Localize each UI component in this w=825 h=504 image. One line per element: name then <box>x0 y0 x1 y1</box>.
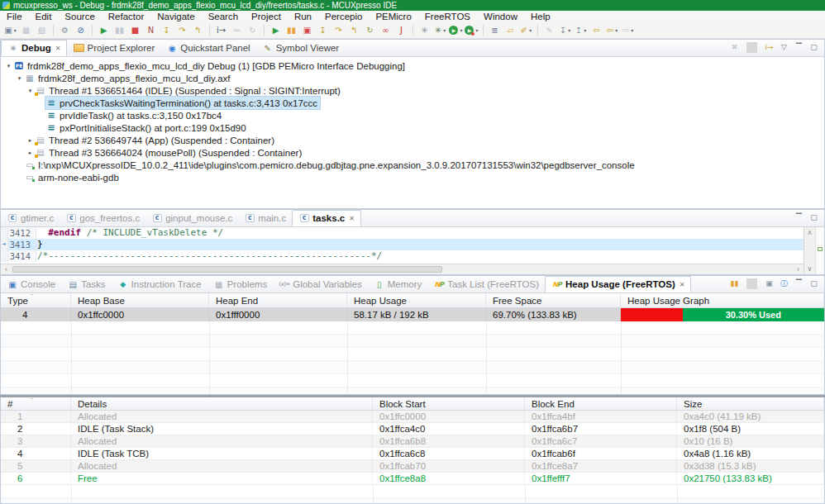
toolbar-button[interactable]: ⇦ ▾ <box>605 23 619 37</box>
view-toolbar-button[interactable]: ▔ <box>794 212 804 223</box>
toolbar-button[interactable]: N ▾ <box>144 23 158 37</box>
scroll-right-icon[interactable]: › <box>793 264 804 274</box>
column-header[interactable]: Block Start <box>373 397 525 410</box>
toolbar-button[interactable]: ∞ ▾ <box>379 23 393 37</box>
toolbar-button[interactable]: ▣ ▾ <box>300 23 314 37</box>
view-toolbar-button[interactable]: ▢ <box>808 278 819 289</box>
view-toolbar-button[interactable]: i→ ▾ <box>764 42 775 53</box>
block-table-row[interactable]: 4 IDLE (Task TCB) 0x1ffca6c8 0x1ffcab6f … <box>1 448 824 460</box>
view-toolbar-button[interactable]: ▽ ▾ <box>779 42 789 53</box>
menu-item[interactable]: Source <box>58 12 101 21</box>
toolbar-button[interactable]: ▦ ▾ <box>19 23 33 37</box>
toolbar-button[interactable]: ✳ ▾ <box>433 23 447 37</box>
block-table-row[interactable]: 2 IDLE (Task Stack) 0x1ffca4c0 0x1ffca6b… <box>1 423 824 435</box>
toolbar-button[interactable]: ■ ▾ <box>128 23 142 37</box>
toolbar-button[interactable]: ✎ ▾ <box>542 23 556 37</box>
tree-row[interactable]: prvIdleTask() at tasks.c:3,150 0x17bc4 <box>1 109 824 121</box>
column-header[interactable]: Heap Usage Graph <box>621 293 824 307</box>
toolbar-button[interactable]: J ▾ <box>394 23 408 37</box>
tree-row[interactable]: pxPortInitialiseStack() at port.c:199 0x… <box>1 121 824 134</box>
toolbar-button[interactable]: ▧ ▾ <box>35 23 49 37</box>
block-table-row[interactable]: 1 Allocated 0x1ffc0000 0x1ffca4bf 0xa4c0… <box>1 411 824 423</box>
column-header[interactable]: Type <box>1 293 71 307</box>
toolbar-button[interactable]: ▮▮ ▾ <box>112 23 126 37</box>
expander-icon[interactable]: ▾ <box>4 63 13 69</box>
dropdown-arrow-icon[interactable]: ▾ <box>568 27 570 33</box>
view-tab[interactable]: Problems <box>207 276 274 292</box>
toolbar-button[interactable]: ↧ ▾ <box>160 23 174 37</box>
expander-icon[interactable]: ▾ <box>15 75 24 82</box>
toolbar-button[interactable]: ≔ ▾ <box>230 23 244 37</box>
tree-row[interactable]: prvCheckTasksWaitingTermination() at tas… <box>1 97 824 109</box>
view-tab[interactable]: Global Variables <box>273 276 368 292</box>
view-tab[interactable]: Heap Usage (FreeRTOS) ✕ <box>545 276 691 292</box>
close-icon[interactable]: ✕ <box>55 45 61 52</box>
horizontal-scrollbar[interactable]: ‹ › <box>1 264 804 274</box>
heap-table-row[interactable]: 4 0x1ffc0000 0x1fff0000 58.17 kB / 192 k… <box>1 308 824 322</box>
menu-item[interactable]: File <box>0 12 29 21</box>
view-tab[interactable]: Project Explorer <box>67 40 160 56</box>
column-header[interactable]: Heap Usage <box>347 293 486 307</box>
view-tab[interactable]: Instruction Trace <box>112 276 207 292</box>
dropdown-arrow-icon[interactable]: ▾ <box>631 27 633 33</box>
dropdown-arrow-icon[interactable]: ▾ <box>14 27 17 33</box>
block-table-row[interactable]: 3 Allocated 0x1ffca6b8 0x1ffca6c7 0x10 (… <box>1 435 824 448</box>
toolbar-button[interactable]: ↧ ▾ <box>558 23 572 37</box>
view-toolbar-button[interactable]: ▔ ▾ <box>794 42 804 53</box>
code-editor[interactable]: 3412 #endif /* INCLUDE_vTaskDelete */ ➜ … <box>1 227 804 264</box>
column-header[interactable]: Block End <box>525 397 677 410</box>
toolbar-button[interactable]: ▶ ▾ <box>449 23 463 37</box>
scrollbar-thumb[interactable] <box>12 266 442 273</box>
view-toolbar-button[interactable]: ▣ <box>764 278 775 289</box>
tree-row[interactable]: ▾ frdmk28f_demo_apps_flexio_mcu_lcd_diy.… <box>1 72 824 84</box>
view-tab[interactable]: Symbol Viewer <box>256 40 346 56</box>
menu-item[interactable]: Navigate <box>150 12 201 21</box>
toolbar-button[interactable]: ⇦ ▾ <box>589 23 603 37</box>
tree-row[interactable]: ▾ Thread #1 536651464 (IDLE) (Suspended … <box>1 84 824 97</box>
toolbar-button[interactable]: ≣ ▾ <box>488 23 502 37</box>
tree-row[interactable]: ▾ frdmk28f_demo_apps_flexio_mcu_lcd_diy … <box>1 59 824 72</box>
expander-icon[interactable]: ▸ <box>26 150 35 156</box>
view-toolbar-button[interactable]: ✖ ▾ <box>729 42 740 53</box>
view-tab[interactable]: Tasks <box>61 276 111 292</box>
view-tab[interactable]: Task List (FreeRTOS) <box>427 276 545 292</box>
view-toolbar-button[interactable]: ▔ <box>794 278 804 289</box>
toolbar-button[interactable]: ↧ ▾ <box>316 23 330 37</box>
menu-item[interactable]: PEMicro <box>369 12 417 21</box>
dropdown-arrow-icon[interactable]: ▾ <box>443 27 446 33</box>
column-header[interactable]: Free Space <box>486 293 621 307</box>
toolbar-button[interactable]: ✳ ▾ <box>417 23 432 37</box>
view-tab[interactable]: Debug ✕ <box>1 40 67 56</box>
editor-tab[interactable]: main.c <box>238 210 292 226</box>
toolbar-button[interactable]: ▶ ▾ <box>97 23 111 37</box>
toolbar-button[interactable]: ↷ ▾ <box>175 23 189 37</box>
menu-item[interactable]: Run <box>288 12 318 21</box>
toolbar-button[interactable]: ↷ ▾ <box>331 23 346 37</box>
toolbar-button[interactable]: ⊘ ▾ <box>74 23 88 37</box>
view-tab[interactable]: Quickstart Panel <box>160 40 255 56</box>
tree-row[interactable]: I:\nxp\MCUXpressoIDE_10.0.2_411\ide\plug… <box>1 159 824 171</box>
toolbar-button[interactable]: ▣ ▾ <box>3 23 17 37</box>
toolbar-button[interactable]: ▶ ▾ <box>269 23 283 37</box>
view-tab[interactable]: Memory <box>368 276 428 292</box>
menu-item[interactable]: Edit <box>29 12 59 21</box>
expander-icon[interactable]: ▾ <box>26 88 35 94</box>
menu-item[interactable]: FreeRTOS <box>418 12 477 21</box>
column-header[interactable]: # <box>1 397 71 410</box>
view-toolbar-button[interactable]: ▢ <box>808 212 819 223</box>
view-tab[interactable]: Console <box>1 276 61 292</box>
toolbar-button[interactable]: ▮▮ ▾ <box>284 23 298 37</box>
close-icon[interactable]: ✕ <box>349 215 355 222</box>
scroll-up-icon[interactable]: ∧ <box>808 229 813 236</box>
column-header[interactable]: Size <box>677 397 824 410</box>
close-icon[interactable]: ✕ <box>680 281 685 288</box>
view-toolbar-button[interactable]: ▢ ▾ <box>808 42 819 53</box>
menu-item[interactable]: Refactor <box>102 12 150 21</box>
toolbar-button[interactable]: ↻ ▾ <box>246 23 260 37</box>
tree-row[interactable]: ▸ Thread #3 536664024 (mousePoll) (Suspe… <box>1 146 824 159</box>
scroll-down-icon[interactable]: ∨ <box>808 265 813 273</box>
toolbar-button[interactable]: ↻ ▾ <box>363 23 377 37</box>
block-table-row[interactable]: 6 Free 0x1ffce8a8 0x1ffefff7 0x21750 (13… <box>1 473 824 485</box>
toolbar-button[interactable]: ↰ ▾ <box>347 23 361 37</box>
view-toolbar-button[interactable]: ⓘ <box>779 278 789 289</box>
